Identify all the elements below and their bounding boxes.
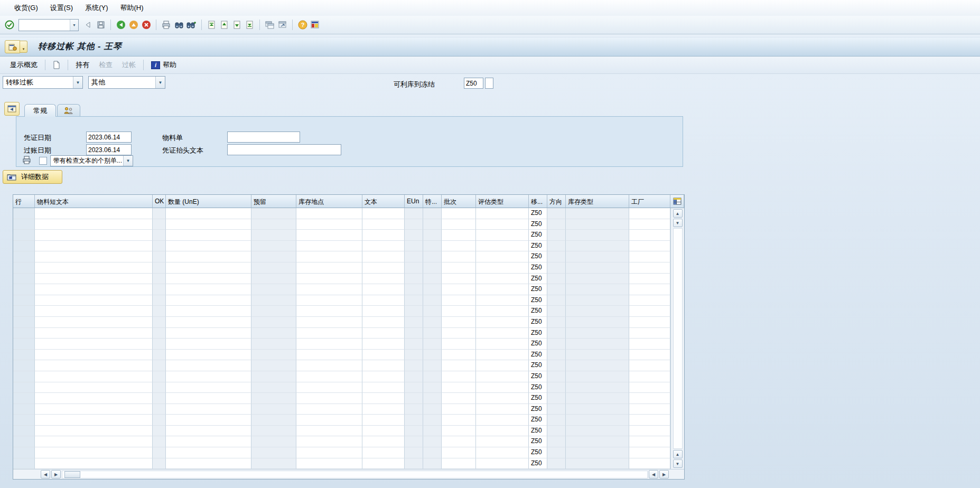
- cell-batch[interactable]: [442, 317, 476, 328]
- cell-move[interactable]: Z50: [529, 306, 547, 317]
- command-dropdown-icon[interactable]: ▼: [70, 20, 78, 31]
- cell-move[interactable]: Z50: [529, 328, 547, 339]
- cell-move[interactable]: Z50: [529, 295, 547, 306]
- find-icon[interactable]: [173, 20, 184, 31]
- cell-plant[interactable]: [629, 339, 670, 350]
- cell-move[interactable]: Z50: [529, 436, 547, 447]
- cell-qty[interactable]: [166, 208, 251, 219]
- cell-move[interactable]: Z50: [529, 274, 547, 285]
- cell-material_text[interactable]: [35, 328, 153, 339]
- cell-text[interactable]: [362, 295, 405, 306]
- cell-plant[interactable]: [629, 219, 670, 230]
- cell-val_type[interactable]: [476, 436, 529, 447]
- cell-material_text[interactable]: [35, 295, 153, 306]
- cell-qty[interactable]: [166, 295, 251, 306]
- column-header-ok[interactable]: OK: [153, 195, 166, 208]
- cell-text[interactable]: [362, 350, 405, 361]
- cell-qty[interactable]: [166, 436, 251, 447]
- cell-text[interactable]: [362, 251, 405, 262]
- cell-val_type[interactable]: [476, 447, 529, 458]
- cell-val_type[interactable]: [476, 360, 529, 371]
- new-document-button[interactable]: [48, 59, 65, 71]
- cell-sloc[interactable]: [296, 284, 362, 295]
- cell-val_type[interactable]: [476, 339, 529, 350]
- horizontal-scroll-thumb[interactable]: [64, 471, 80, 478]
- cell-text[interactable]: [362, 393, 405, 404]
- cell-batch[interactable]: [442, 262, 476, 274]
- cell-batch[interactable]: [442, 371, 476, 382]
- cell-sloc[interactable]: [296, 241, 362, 252]
- cell-batch[interactable]: [442, 328, 476, 339]
- cell-move[interactable]: Z50: [529, 317, 547, 328]
- cell-material_text[interactable]: [35, 208, 153, 219]
- cell-val_type[interactable]: [476, 393, 529, 404]
- cell-val_type[interactable]: [476, 251, 529, 262]
- cell-batch[interactable]: [442, 295, 476, 306]
- enter-icon[interactable]: [4, 20, 15, 31]
- cell-material_text[interactable]: [35, 339, 153, 350]
- column-header-move[interactable]: 移...: [529, 195, 547, 208]
- cell-batch[interactable]: [442, 404, 476, 415]
- cell-move[interactable]: Z50: [529, 447, 547, 458]
- column-header-reservation[interactable]: 预留: [251, 195, 296, 208]
- cell-plant[interactable]: [629, 371, 670, 382]
- transaction-combobox[interactable]: 转移过帐 ▼: [3, 76, 83, 89]
- cell-material_text[interactable]: [35, 426, 153, 437]
- menu-item-settings[interactable]: 设置(S): [49, 2, 74, 14]
- cell-move[interactable]: Z50: [529, 208, 547, 219]
- vertical-scrollbar[interactable]: ▲ ▼ ▲ ▼: [670, 208, 684, 469]
- cell-material_text[interactable]: [35, 306, 153, 317]
- cell-material_text[interactable]: [35, 284, 153, 295]
- help-button[interactable]: i 帮助: [146, 59, 181, 71]
- cell-sloc[interactable]: [296, 426, 362, 437]
- cell-material_text[interactable]: [35, 404, 153, 415]
- reference-combobox[interactable]: 其他 ▼: [88, 76, 165, 89]
- create-shortcut-icon[interactable]: [277, 20, 288, 31]
- find-next-icon[interactable]: [186, 20, 197, 31]
- cell-text[interactable]: [362, 415, 405, 426]
- cell-qty[interactable]: [166, 350, 251, 361]
- cell-batch[interactable]: [442, 393, 476, 404]
- cell-sloc[interactable]: [296, 371, 362, 382]
- cell-batch[interactable]: [442, 458, 476, 470]
- cell-material_text[interactable]: [35, 447, 153, 458]
- cell-text[interactable]: [362, 360, 405, 371]
- cell-text[interactable]: [362, 241, 405, 252]
- cell-qty[interactable]: [166, 306, 251, 317]
- cell-batch[interactable]: [442, 415, 476, 426]
- cell-text[interactable]: [362, 262, 405, 274]
- cell-sloc[interactable]: [296, 262, 362, 274]
- customize-layout-icon[interactable]: [310, 20, 321, 31]
- cell-move[interactable]: Z50: [529, 262, 547, 274]
- command-field[interactable]: ▼: [18, 19, 79, 31]
- show-overview-button[interactable]: 显示概览: [5, 59, 42, 71]
- cell-qty[interactable]: [166, 219, 251, 230]
- cell-qty[interactable]: [166, 458, 251, 470]
- cell-batch[interactable]: [442, 274, 476, 285]
- cell-move[interactable]: Z50: [529, 350, 547, 361]
- cell-text[interactable]: [362, 306, 405, 317]
- cell-batch[interactable]: [442, 251, 476, 262]
- cell-val_type[interactable]: [476, 284, 529, 295]
- cell-sloc[interactable]: [296, 404, 362, 415]
- cell-plant[interactable]: [629, 230, 670, 241]
- column-header-sloc[interactable]: 库存地点: [296, 195, 362, 208]
- gr-slip-combobox[interactable]: 带有检查文本的个别单... ▼: [50, 155, 133, 166]
- special-stock-field[interactable]: [485, 78, 493, 89]
- chevron-down-icon[interactable]: ▼: [155, 77, 165, 88]
- cell-qty[interactable]: [166, 360, 251, 371]
- cell-batch[interactable]: [442, 350, 476, 361]
- cell-sloc[interactable]: [296, 219, 362, 230]
- cell-plant[interactable]: [629, 447, 670, 458]
- column-header-batch[interactable]: 批次: [442, 195, 476, 208]
- cell-batch[interactable]: [442, 382, 476, 393]
- scroll-right-icon[interactable]: ▶: [51, 470, 61, 478]
- cell-text[interactable]: [362, 371, 405, 382]
- cell-val_type[interactable]: [476, 262, 529, 274]
- cell-qty[interactable]: [166, 447, 251, 458]
- cell-batch[interactable]: [442, 426, 476, 437]
- cell-text[interactable]: [362, 328, 405, 339]
- exit-icon[interactable]: [128, 20, 139, 31]
- cell-plant[interactable]: [629, 458, 670, 470]
- cell-val_type[interactable]: [476, 306, 529, 317]
